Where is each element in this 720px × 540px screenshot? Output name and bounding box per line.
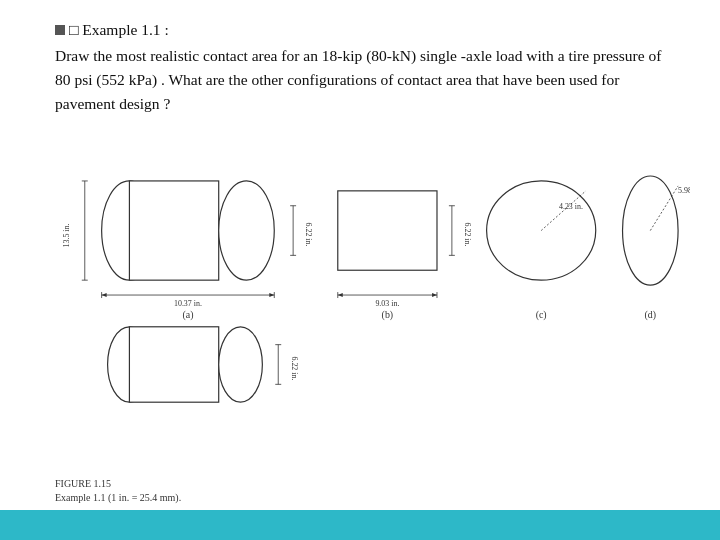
figure-caption: FIGURE 1.15 Example 1.1 (1 in. = 25.4 mm… <box>55 477 181 505</box>
svg-text:(d): (d) <box>645 309 657 321</box>
content-area: □ Example 1.1 : Draw the most realistic … <box>0 0 720 540</box>
text-block: □ Example 1.1 : Draw the most realistic … <box>55 18 680 116</box>
svg-text:10.37 in.: 10.37 in. <box>174 299 202 308</box>
figure-area: 13.5 in. 6.22 in. 10.37 in. (a) 6.22 in. <box>55 155 690 445</box>
svg-point-40 <box>219 327 263 402</box>
svg-rect-1 <box>129 181 218 280</box>
svg-text:(b): (b) <box>382 309 394 321</box>
title-text-2: .1 : <box>149 21 169 38</box>
caption-line1: FIGURE 1.15 <box>55 477 181 491</box>
title-line: □ Example 1.1 : <box>55 18 680 42</box>
svg-text:(c): (c) <box>536 309 547 321</box>
svg-rect-39 <box>129 327 218 402</box>
svg-text:4.23 in.: 4.23 in. <box>559 202 583 211</box>
paragraph-text: Draw the most realistic contact area for… <box>55 44 680 116</box>
square-icon <box>55 25 65 35</box>
svg-text:13.5 in.: 13.5 in. <box>62 224 71 248</box>
svg-marker-16 <box>269 293 274 297</box>
svg-text:(a): (a) <box>182 309 193 321</box>
svg-point-2 <box>219 181 275 280</box>
svg-text:6.22 in.: 6.22 in. <box>304 223 313 247</box>
svg-marker-15 <box>102 293 107 297</box>
figure-svg: 13.5 in. 6.22 in. 10.37 in. (a) 6.22 in. <box>55 155 690 445</box>
title-text: □ Example 1 <box>69 21 149 38</box>
svg-text:9.03 in.: 9.03 in. <box>375 299 399 308</box>
svg-marker-27 <box>432 293 437 297</box>
svg-marker-26 <box>338 293 343 297</box>
svg-text:6.22 in.: 6.22 in. <box>290 356 299 380</box>
bottom-bar <box>0 510 720 540</box>
caption-line2: Example 1.1 (1 in. = 25.4 mm). <box>55 491 181 505</box>
svg-rect-18 <box>338 191 437 270</box>
svg-text:5.98 in.: 5.98 in. <box>678 186 690 195</box>
svg-text:6.22 in.: 6.22 in. <box>463 223 472 247</box>
